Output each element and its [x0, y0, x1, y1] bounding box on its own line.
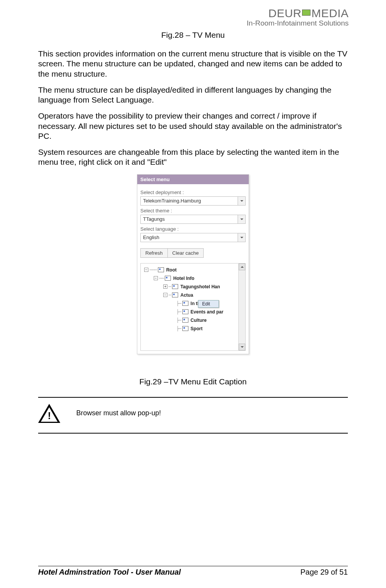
- tree-node-sport[interactable]: ├─ Sport: [143, 325, 244, 333]
- tree-node-tagungshotel[interactable]: + ─ Tagungshotel Han: [143, 283, 244, 291]
- theme-label: Select theme :: [140, 208, 246, 214]
- figure-29: Select menu Select deployment : TelekomT…: [38, 174, 348, 354]
- logo-tagline: In-Room-Infotainment Solutions: [247, 19, 349, 27]
- clear-cache-button[interactable]: Clear cache: [167, 248, 204, 258]
- tree-node-events[interactable]: ├─ Events and par: [143, 308, 244, 316]
- paragraph-4: System resources are changeable from thi…: [38, 147, 348, 167]
- folder-icon: [182, 326, 188, 331]
- tree-node-actual[interactable]: − ─ Actua: [143, 291, 244, 299]
- chevron-down-icon: [238, 197, 245, 205]
- scroll-up-icon[interactable]: [239, 263, 245, 270]
- context-menu-edit[interactable]: Edit: [198, 300, 219, 308]
- collapse-icon[interactable]: −: [154, 276, 158, 280]
- folder-icon: [165, 276, 171, 281]
- footer-page-number: Page 29 of 51: [300, 568, 348, 577]
- menu-tree[interactable]: − ─── Root − ── Hotel Info: [140, 263, 246, 351]
- deployment-label: Select deployment :: [140, 190, 246, 195]
- page-content: Fig.28 – TV Menu This section provides i…: [38, 31, 348, 434]
- tree-node-hotel-info[interactable]: − ── Hotel Info: [143, 274, 244, 283]
- tree-node-culture[interactable]: ├─ Culture: [143, 316, 244, 325]
- page-footer: Hotel Adminstration Tool - User Manual P…: [38, 566, 348, 577]
- folder-icon: [172, 292, 178, 297]
- tree-node-root[interactable]: − ─── Root: [143, 266, 244, 274]
- figure-28-caption: Fig.28 – TV Menu: [38, 31, 348, 40]
- select-menu-panel: Select menu Select deployment : TelekomT…: [137, 174, 249, 354]
- language-label: Select language :: [140, 226, 246, 232]
- chevron-down-icon: [238, 215, 245, 223]
- logo-text-suffix: MEDIA: [311, 7, 349, 20]
- warning-note: ! Browser must allow pop-up!: [38, 397, 348, 434]
- scroll-down-icon[interactable]: [239, 344, 245, 350]
- deployment-select[interactable]: TelekomTraining.Hamburg: [140, 196, 246, 206]
- collapse-icon[interactable]: −: [144, 268, 148, 272]
- folder-icon: [182, 309, 188, 314]
- deployment-value: TelekomTraining.Hamburg: [141, 198, 238, 204]
- logo-square-icon: [302, 10, 310, 16]
- theme-value: TTagungs: [141, 216, 238, 222]
- language-value: English: [141, 235, 238, 240]
- theme-select[interactable]: TTagungs: [140, 215, 246, 224]
- warning-icon: !: [38, 404, 60, 423]
- chevron-down-icon: [238, 233, 245, 242]
- paragraph-1: This section provides information on the…: [38, 49, 348, 79]
- tree-node-in-hotel[interactable]: ├─ In the notel: [143, 299, 244, 308]
- paragraph-3: Operators have the possibility to previe…: [38, 111, 348, 141]
- folder-icon: [158, 267, 164, 272]
- refresh-button[interactable]: Refresh: [140, 248, 168, 258]
- panel-title: Select menu: [137, 175, 249, 184]
- folder-icon: [172, 284, 178, 289]
- warning-text: Browser must allow pop-up!: [76, 409, 161, 417]
- scrollbar[interactable]: [238, 263, 245, 350]
- folder-icon: [182, 301, 188, 306]
- paragraph-2: The menu structure can be displayed/edit…: [38, 85, 348, 105]
- page-header: DEUR MEDIA In-Room-Infotainment Solution…: [247, 7, 349, 27]
- logo-text-prefix: DEUR: [268, 7, 301, 20]
- collapse-icon[interactable]: −: [163, 293, 167, 297]
- folder-icon: [182, 318, 188, 323]
- footer-title: Hotel Adminstration Tool - User Manual: [38, 568, 181, 577]
- expand-icon[interactable]: +: [163, 284, 167, 289]
- logo: DEUR MEDIA: [247, 7, 349, 20]
- figure-29-caption: Fig.29 –TV Menu Edit Caption: [38, 377, 348, 386]
- language-select[interactable]: English: [140, 233, 246, 242]
